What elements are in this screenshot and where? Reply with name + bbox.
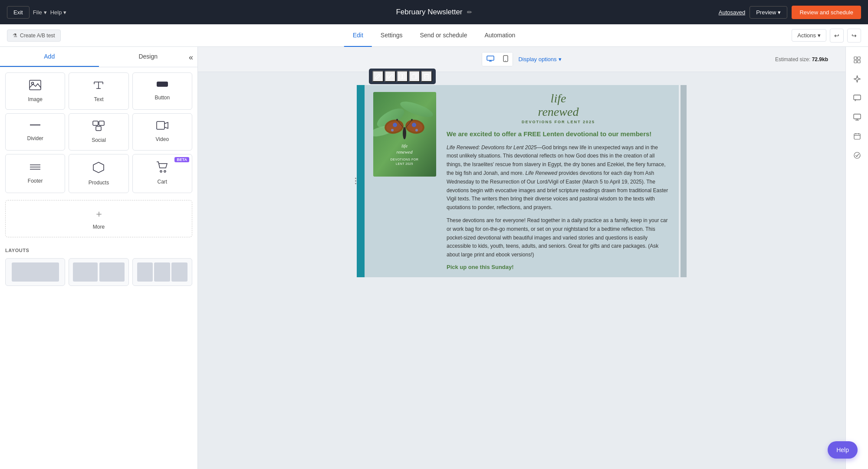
divider-icon — [29, 121, 41, 132]
left-tab-design[interactable]: Design — [99, 47, 198, 67]
review-schedule-button[interactable]: Review and schedule — [792, 6, 861, 19]
button-label: Button — [155, 95, 170, 101]
beta-badge: BETA — [174, 157, 189, 162]
check-icon-button[interactable] — [849, 148, 865, 163]
file-menu[interactable]: File ▾ — [33, 9, 47, 16]
edit-block-button[interactable] — [372, 71, 384, 82]
tab-settings[interactable]: Settings — [372, 24, 411, 47]
image-icon — [29, 80, 41, 93]
svg-rect-56 — [854, 114, 861, 119]
more-button[interactable]: ＋ More — [5, 200, 192, 237]
desktop-view-button[interactable] — [482, 52, 499, 66]
footer-label: Footer — [28, 178, 43, 184]
grid-view-icon-button[interactable] — [849, 52, 865, 68]
desktop-icon-button[interactable] — [849, 109, 865, 125]
product-cta: Pick up one this Sunday! — [447, 264, 670, 270]
video-label: Video — [156, 136, 169, 142]
tabs-bar-right: Actions ▾ ↩ ↪ — [792, 29, 861, 43]
product-headline: We are excited to offer a FREE Lenten de… — [447, 129, 670, 138]
book-title-large: liferenewed DEVOTIONS FOR LENT 2025 — [447, 92, 670, 124]
layout-2col[interactable] — [69, 258, 128, 286]
copy-block-button[interactable] — [409, 71, 420, 82]
svg-marker-16 — [93, 162, 104, 173]
undo-button[interactable]: ↩ — [830, 29, 844, 43]
edit-title-icon[interactable]: ✏ — [467, 9, 472, 16]
svg-rect-51 — [854, 57, 857, 59]
add-text-item[interactable]: Text — [69, 72, 128, 110]
tab-send-schedule[interactable]: Send or schedule — [411, 24, 476, 47]
cart-label: Cart — [157, 179, 167, 185]
add-divider-item[interactable]: Divider — [5, 113, 65, 151]
link-block-button[interactable] — [385, 71, 396, 82]
display-options-button[interactable]: Display options ▾ — [518, 56, 561, 62]
svg-point-41 — [391, 129, 394, 131]
plus-icon: ＋ — [94, 207, 104, 220]
product-section: life renewed DEVOTIONS FOR LENT 2025 lif… — [373, 92, 670, 270]
comment-icon-button[interactable] — [849, 90, 865, 106]
nav-left: Exit File ▾ Help ▾ — [7, 6, 66, 19]
tabs-bar-left: ⚗ Create A/B test — [7, 30, 61, 42]
add-video-item[interactable]: Video — [132, 113, 192, 151]
product-body-1: Life Renewed: Devotions for Lent 2025—Go… — [447, 144, 670, 212]
estimated-size-area: Estimated size: 72.9kb — [562, 56, 837, 62]
add-button-item[interactable]: Button — [132, 72, 192, 110]
svg-rect-59 — [854, 134, 860, 139]
svg-point-45 — [396, 119, 398, 121]
main-tabs: Edit Settings Send or schedule Automatio… — [344, 24, 524, 47]
help-button[interactable]: Help — [828, 441, 858, 459]
svg-rect-27 — [424, 75, 429, 79]
mobile-view-button[interactable] — [499, 52, 513, 66]
image-label: Image — [28, 96, 42, 102]
add-products-item[interactable]: Products — [69, 154, 128, 193]
svg-rect-55 — [854, 95, 861, 100]
add-image-item[interactable]: Image — [5, 72, 65, 110]
divider-label: Divider — [27, 135, 43, 141]
product-text: liferenewed DEVOTIONS FOR LENT 2025 We a… — [447, 92, 670, 270]
canvas-area: Display options ▾ Estimated size: 72.9kb — [198, 47, 845, 469]
block-toolbar — [369, 69, 436, 84]
delete-block-button[interactable] — [421, 71, 432, 82]
document-title: February Newsletter — [396, 8, 462, 16]
text-icon — [92, 80, 105, 93]
email-content-block: life renewed DEVOTIONS FOR LENT 2025 lif… — [365, 85, 679, 277]
add-footer-item[interactable]: Footer — [5, 154, 65, 193]
column-block-button[interactable] — [397, 71, 408, 82]
calendar-icon-button[interactable] — [849, 128, 865, 144]
ai-sparkle-icon-button[interactable] — [849, 71, 865, 87]
actions-button[interactable]: Actions ▾ — [792, 29, 826, 42]
svg-rect-54 — [858, 60, 860, 63]
preview-button[interactable]: Preview ▾ — [750, 6, 787, 19]
svg-point-18 — [164, 171, 166, 172]
nav-right: Autosaved Preview ▾ Review and schedule — [719, 6, 861, 19]
left-tab-add[interactable]: Add — [0, 47, 99, 67]
svg-rect-12 — [157, 121, 164, 129]
add-social-item[interactable]: Social — [69, 113, 128, 151]
redo-button[interactable]: ↪ — [847, 29, 861, 43]
nav-center: February Newsletter ✏ — [396, 8, 472, 16]
canvas-controls-center: Display options ▾ — [482, 52, 561, 66]
tab-automation[interactable]: Automation — [476, 24, 524, 47]
flask-icon: ⚗ — [13, 33, 17, 39]
svg-rect-19 — [487, 56, 494, 60]
svg-rect-25 — [403, 74, 405, 79]
ab-test-button[interactable]: ⚗ Create A/B test — [7, 30, 61, 42]
help-menu[interactable]: Help ▾ — [50, 9, 67, 16]
button-icon — [156, 80, 168, 91]
main-tabs-bar: ⚗ Create A/B test Edit Settings Send or … — [0, 24, 868, 47]
svg-point-39 — [393, 123, 397, 127]
estimated-size: Estimated size: 72.9kb — [775, 56, 828, 62]
exit-button[interactable]: Exit — [7, 6, 30, 19]
product-body-2: These devotions are for everyone! Read t… — [447, 216, 670, 259]
more-section: ＋ More — [0, 198, 197, 243]
text-label: Text — [94, 96, 103, 102]
email-wrapper: life renewed DEVOTIONS FOR LENT 2025 lif… — [198, 72, 845, 295]
collapse-panel-button[interactable]: « — [189, 52, 193, 62]
video-icon — [156, 121, 168, 133]
add-cart-item[interactable]: BETA Cart — [132, 154, 192, 193]
cart-icon — [156, 161, 168, 175]
tab-edit[interactable]: Edit — [344, 24, 372, 47]
layout-1col[interactable] — [5, 258, 65, 286]
email-right-accent — [681, 85, 687, 277]
layout-3col[interactable] — [132, 258, 192, 286]
svg-rect-53 — [854, 60, 857, 63]
